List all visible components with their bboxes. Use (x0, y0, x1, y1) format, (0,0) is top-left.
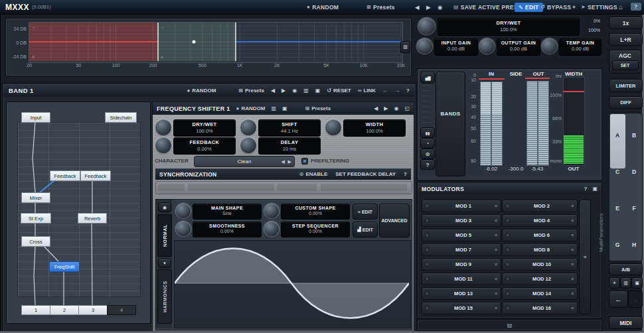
in-meter-right[interactable] (491, 82, 503, 166)
in-meter-left[interactable] (480, 82, 491, 166)
oscillator-gear-button[interactable]: ◉ (158, 202, 171, 212)
temp-gain-display[interactable]: TEMP GAIN 0.00 dB (559, 38, 602, 56)
mod-power-dot[interactable] (425, 277, 430, 281)
mod-slot-7[interactable]: MOD 7 ≡ (422, 243, 501, 256)
presets-button[interactable]: ⊞Presets (366, 4, 395, 11)
freq-width-knob[interactable] (325, 119, 341, 135)
main-shape-knob[interactable] (176, 204, 191, 218)
oversampling-button[interactable]: 1x (609, 17, 643, 29)
band-paste-button[interactable]: ▣ (315, 88, 321, 94)
ab-letter-F[interactable]: F (630, 205, 638, 212)
morph-button[interactable]: + (609, 277, 620, 289)
freq-next-button[interactable]: ▶ (384, 105, 388, 111)
menu-icon[interactable]: ≡ (495, 247, 497, 252)
mod-power-dot[interactable] (425, 247, 430, 252)
mod-power-dot[interactable] (505, 218, 510, 223)
freq-detach-button[interactable]: ◱ (404, 105, 410, 111)
mod-slot-14[interactable]: MOD 14 ≡ (502, 287, 578, 300)
next-preset-button[interactable]: ▶ (426, 4, 431, 11)
main-shape-display[interactable]: MAIN SHAPESine (193, 204, 262, 220)
band-prev-band-button[interactable]: ← (382, 88, 388, 94)
menu-icon[interactable]: ≡ (495, 218, 497, 223)
menu-icon[interactable]: ≡ (571, 291, 574, 296)
freq-random-button[interactable]: ●RANDOM (236, 105, 266, 111)
band-random-preset-button[interactable]: ◉ (292, 88, 297, 94)
ab-letter-C[interactable]: C (613, 168, 621, 175)
drywet-knob[interactable] (418, 18, 435, 34)
prev-preset-button[interactable]: ◀ (415, 4, 420, 11)
analyzer-plot[interactable]: ↔ A ↔ A (29, 22, 403, 63)
matrix-feedback2-node[interactable]: Feedback (80, 170, 111, 181)
help-button[interactable]: ? (631, 3, 641, 11)
input-gain-knob[interactable] (417, 38, 432, 54)
freq-shift-knob[interactable] (240, 119, 256, 135)
band-link-button[interactable]: ∞LINK (358, 88, 376, 94)
menu-icon[interactable]: ≡ (495, 277, 497, 281)
advanced-button[interactable]: ADVANCED (379, 204, 410, 237)
mod-slot-15[interactable]: MOD 15 ≡ (422, 302, 501, 314)
channel-mode-button[interactable]: L+R (609, 33, 643, 46)
ab-preset-grid[interactable]: ABCDEFGH (609, 113, 643, 261)
matrix-sidechain-node[interactable]: Sidechain (105, 112, 137, 123)
freq-copy-button[interactable]: ▥ (271, 105, 276, 111)
agc-set-button[interactable]: SET (612, 60, 639, 70)
mod-power-dot[interactable] (505, 204, 510, 208)
band-presets-button[interactable]: ⊞Presets (238, 88, 264, 94)
mod-slot-8[interactable]: MOD 8 ≡ (502, 243, 578, 256)
freq-feedback-display[interactable]: FEEDBACK0.00% (173, 137, 236, 155)
waveform-display[interactable] (174, 240, 411, 328)
step-sequencer-knob[interactable] (264, 222, 279, 236)
ab-letter-B[interactable]: B (630, 132, 638, 139)
tab-normal[interactable]: NORMAL (157, 214, 172, 257)
freq-shift-display[interactable]: SHIFT44.1 Hz (258, 119, 321, 137)
pause-button[interactable]: ▮▮ (420, 127, 435, 138)
mod-slot-3[interactable]: MOD 3 ≡ (422, 214, 501, 227)
freq-drywet-knob[interactable] (155, 119, 171, 135)
character-dropdown[interactable]: Clean ◀ ▶ (194, 156, 295, 167)
agc-button[interactable]: AGC SET (609, 50, 641, 74)
ab-compare-button[interactable]: A/B (609, 263, 643, 275)
band-prev-button[interactable]: ◀ (271, 88, 275, 94)
menu-icon[interactable]: ≡ (495, 306, 497, 310)
mod-slot-11[interactable]: MOD 11 ≡ (422, 273, 501, 285)
ab-letter-E[interactable]: E (613, 205, 621, 212)
diff-button[interactable]: DIFF (609, 96, 643, 109)
sync-help-button[interactable]: ? (404, 171, 407, 177)
mod-power-dot[interactable] (425, 262, 430, 267)
mod-slot-13[interactable]: MOD 13 ≡ (422, 287, 501, 300)
freq-random-preset-button[interactable]: ◉ (394, 105, 398, 111)
mod-slot-10[interactable]: MOD 10 ≡ (502, 258, 578, 271)
custom-shape-display[interactable]: CUSTOM SHAPE0.00% (281, 204, 350, 220)
spectrum-analyzer[interactable]: 24 DB0 DB-24 DB ↔ A ↔ A 20501002005001K2… (5, 18, 412, 76)
undo-button[interactable]: ← (609, 291, 628, 308)
character-prev-icon[interactable]: ◀ (282, 159, 285, 165)
ab-letter-G[interactable]: G (613, 241, 621, 248)
oscillator-down-button[interactable]: ▼ (158, 258, 171, 268)
mod-slot-5[interactable]: MOD 5 ≡ (422, 229, 501, 241)
matrix-input-node[interactable]: Input (21, 112, 50, 123)
character-next-icon[interactable]: ▶ (288, 159, 291, 165)
sync-enable-button[interactable]: ⊙ENABLE (299, 171, 328, 177)
redo-button[interactable]: → (628, 291, 643, 308)
matrix-output-3[interactable]: 3 (78, 305, 108, 315)
mod-slot-2[interactable]: MOD 2 ≡ (502, 200, 578, 212)
matrix-output-4[interactable]: 4 (107, 305, 136, 315)
menu-icon[interactable]: ≡ (571, 247, 574, 252)
matrix-stexp-node[interactable]: St Exp (21, 213, 51, 224)
menu-icon[interactable]: ≡ (495, 291, 497, 296)
matrix-output-1[interactable]: 1 (21, 305, 50, 315)
smoothness-knob[interactable] (176, 222, 191, 236)
home-button[interactable]: ⌂ (619, 3, 623, 11)
menu-icon[interactable]: ≡ (571, 277, 574, 281)
menu-icon[interactable]: ≡ (571, 306, 574, 310)
menu-icon[interactable]: ≡ (571, 233, 574, 237)
pin-button[interactable]: + (572, 4, 576, 11)
random-button[interactable]: ●RANDOM (307, 4, 339, 11)
band-random-button[interactable]: ●RANDOM (187, 88, 216, 94)
freq-paste-button[interactable]: ▣ (282, 105, 287, 111)
band-copy-button[interactable]: ▥ (303, 88, 309, 94)
meter-help-button[interactable]: ? (420, 159, 435, 170)
freq-delay-knob[interactable] (240, 137, 256, 153)
modulator-sidebar-button[interactable]: ≡ (579, 200, 591, 314)
analyzer-collapse-button[interactable]: ▥ (400, 41, 410, 53)
